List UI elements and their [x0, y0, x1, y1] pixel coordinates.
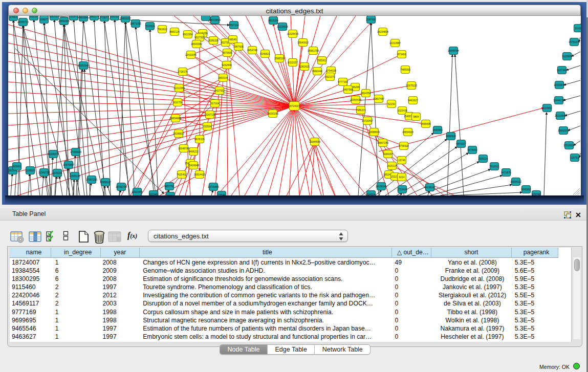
svg-text:1053327: 1053327	[49, 16, 59, 18]
svg-text:9245652: 9245652	[521, 188, 531, 191]
svg-text:731571: 731571	[70, 16, 78, 18]
svg-text:9146821: 9146821	[260, 52, 270, 55]
svg-text:7955812: 7955812	[317, 59, 327, 62]
svg-text:10688609: 10688609	[368, 130, 380, 134]
svg-text:72544: 72544	[218, 193, 225, 195]
svg-text:18746: 18746	[398, 159, 405, 162]
svg-text:15751074: 15751074	[569, 40, 580, 43]
svg-text:924504: 924504	[367, 193, 376, 195]
svg-text:9804: 9804	[413, 115, 419, 118]
svg-text:7857224: 7857224	[229, 24, 239, 27]
svg-text:8990448: 8990448	[312, 70, 322, 73]
svg-text:8454749: 8454749	[247, 49, 257, 52]
svg-text:20691406: 20691406	[58, 19, 70, 23]
svg-text:2588520: 2588520	[274, 57, 285, 60]
svg-text:1615137: 1615137	[387, 164, 397, 167]
svg-text:16914423: 16914423	[194, 173, 205, 176]
svg-text:3875685: 3875685	[222, 51, 232, 54]
svg-text:19654923: 19654923	[402, 130, 413, 134]
svg-text:17957255: 17957255	[86, 178, 97, 181]
svg-text:7485063: 7485063	[400, 68, 410, 71]
svg-text:9527505: 9527505	[194, 36, 205, 39]
svg-text:2935114: 2935114	[478, 157, 488, 160]
svg-text:16782759: 16782759	[116, 185, 127, 188]
svg-text:8660124: 8660124	[169, 30, 180, 33]
svg-text:13716485: 13716485	[208, 185, 219, 188]
svg-text:16961758: 16961758	[308, 49, 319, 52]
svg-text:8186328: 8186328	[208, 39, 219, 42]
svg-text:8322037: 8322037	[288, 61, 298, 64]
svg-text:16671355: 16671355	[130, 22, 141, 25]
svg-text:12093872: 12093872	[554, 83, 565, 86]
svg-text:14136141: 14136141	[424, 186, 435, 189]
svg-text:13218506: 13218506	[277, 25, 288, 28]
svg-text:20364436: 20364436	[350, 98, 361, 101]
svg-text:153594: 153594	[203, 125, 212, 128]
svg-text:88546: 88546	[229, 38, 236, 41]
svg-text:12342737: 12342737	[38, 171, 50, 174]
svg-text:14136141: 14136141	[376, 185, 387, 188]
svg-text:8813054: 8813054	[268, 19, 278, 22]
svg-text:12213967: 12213967	[389, 41, 401, 45]
svg-text:18807249: 18807249	[377, 141, 388, 144]
svg-text:8498222: 8498222	[188, 150, 199, 153]
svg-text:9777169: 9777169	[338, 80, 348, 83]
svg-text:15692971: 15692971	[558, 129, 569, 132]
svg-text:9857791: 9857791	[164, 185, 175, 188]
svg-text:11325419: 11325419	[287, 32, 298, 35]
svg-text:9474444: 9474444	[467, 148, 477, 151]
svg-text:10046788: 10046788	[178, 147, 189, 150]
svg-text:12444139: 12444139	[553, 99, 564, 102]
svg-text:9084067: 9084067	[383, 152, 393, 156]
svg-text:0699695: 0699695	[421, 122, 431, 125]
svg-text:9227342: 9227342	[557, 69, 567, 72]
svg-text:12923445: 12923445	[132, 190, 143, 193]
svg-text:20053346: 20053346	[78, 64, 89, 67]
svg-text:16543382: 16543382	[191, 42, 202, 46]
svg-text:2087682: 2087682	[366, 18, 376, 21]
svg-text:62160: 62160	[388, 102, 395, 105]
svg-text:17016504: 17016504	[563, 144, 575, 147]
svg-text:7625402: 7625402	[177, 173, 187, 176]
svg-text:20206576: 20206576	[48, 152, 59, 156]
svg-text:6497568: 6497568	[343, 88, 353, 91]
svg-text:10653257: 10653257	[120, 17, 131, 20]
svg-text:879745: 879745	[532, 193, 541, 195]
svg-text:13267130: 13267130	[204, 113, 215, 116]
svg-text:7986372: 7986372	[356, 108, 366, 112]
svg-text:22420046: 22420046	[185, 53, 197, 56]
svg-text:12213369: 12213369	[173, 86, 185, 90]
svg-text:8213953: 8213953	[542, 106, 552, 110]
svg-text:9463627: 9463627	[408, 99, 418, 102]
svg-text:917004: 917004	[211, 102, 220, 105]
svg-text:12975115: 12975115	[406, 84, 417, 87]
svg-text:12505135: 12505135	[69, 174, 80, 178]
svg-text:10654112: 10654112	[510, 180, 521, 183]
svg-text:15409948: 15409948	[188, 164, 199, 167]
svg-text:18300295: 18300295	[267, 112, 278, 115]
svg-text:10807487: 10807487	[373, 97, 384, 100]
svg-text:95051: 95051	[167, 194, 174, 195]
svg-text:10975887: 10975887	[63, 163, 74, 166]
svg-text:9214: 9214	[399, 176, 404, 179]
svg-text:19166827: 19166827	[173, 132, 184, 135]
svg-text:17663: 17663	[10, 16, 17, 18]
svg-text:24055713: 24055713	[17, 20, 29, 24]
svg-text:8756928: 8756928	[399, 144, 409, 147]
svg-text:1053327: 1053327	[110, 16, 120, 18]
svg-text:9129966: 9129966	[562, 55, 572, 58]
svg-text:2967608: 2967608	[233, 45, 244, 48]
svg-text:18724007: 18724007	[289, 104, 300, 107]
svg-text:6879197: 6879197	[456, 142, 466, 145]
svg-text:915001: 915001	[13, 165, 21, 168]
svg-text:7632621: 7632621	[489, 165, 499, 168]
svg-text:1610754: 1610754	[172, 101, 183, 104]
svg-text:1863174: 1863174	[89, 16, 99, 18]
svg-text:960394: 960394	[79, 16, 88, 19]
svg-text:9242848: 9242848	[222, 63, 232, 67]
svg-text:1362615: 1362615	[299, 65, 310, 68]
svg-text:16033809: 16033809	[209, 18, 221, 21]
svg-text:16210643: 16210643	[555, 114, 566, 117]
svg-text:16648784: 16648784	[448, 49, 459, 52]
svg-text:1156829: 1156829	[25, 169, 35, 172]
